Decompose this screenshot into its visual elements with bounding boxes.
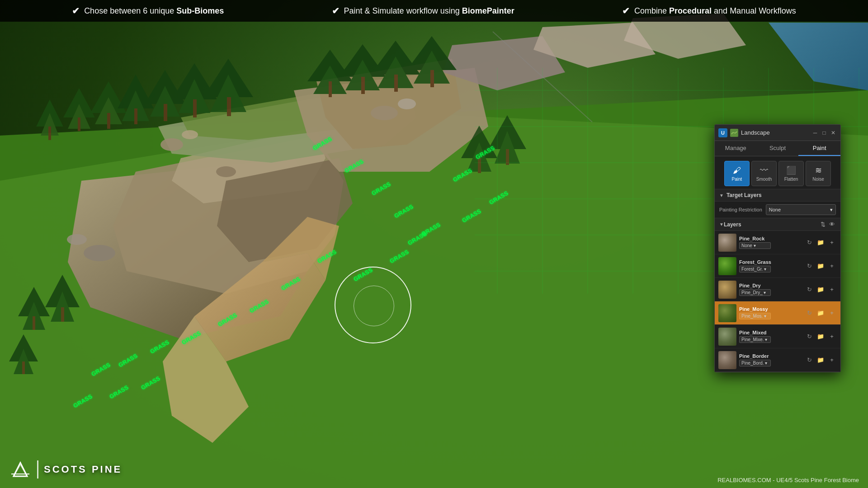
layer-select[interactable]: Pine_Bord. ▾ <box>739 360 771 366</box>
layer-buttons: ↻ 📁 + <box>804 285 837 295</box>
noise-tool-icon: ≋ <box>815 165 822 175</box>
layer-folder-btn[interactable]: 📁 <box>816 355 826 365</box>
layer-name: Pine_Dry <box>739 283 802 288</box>
brand-name: SCOTS PINE <box>44 464 122 475</box>
layer-name: Pine_Border <box>739 353 802 359</box>
panel-maximize-btn[interactable]: □ <box>821 129 828 136</box>
layer-select[interactable]: Pine_Dry_ ▾ <box>739 289 771 296</box>
painting-restriction-row: Painting Restriction None ▾ <box>715 202 840 218</box>
layer-folder-btn[interactable]: 📁 <box>816 332 826 342</box>
layers-header: ▼ Layers ⇅ 👁 <box>715 218 840 231</box>
layer-item[interactable]: Pine_Mixed Pine_Mixe. ▾ ↻ 📁 + <box>715 325 840 348</box>
layer-item[interactable]: Pine_Dry Pine_Dry_ ▾ ↻ 📁 + <box>715 278 840 301</box>
layer-buttons: ↻ 📁 + <box>804 355 837 365</box>
layer-item[interactable]: Pine_Border Pine_Bord. ▾ ↻ 📁 + <box>715 348 840 372</box>
layer-info: Pine_Mossy Pine_Mos. ▾ <box>739 306 802 319</box>
layer-refresh-btn[interactable]: ↻ <box>804 238 814 248</box>
watermark: SCOTS PINE <box>9 458 122 481</box>
panel-close-btn[interactable]: ✕ <box>830 129 837 136</box>
layer-add-btn[interactable]: + <box>827 238 837 248</box>
layers-actions: ⇅ 👁 <box>820 221 836 228</box>
top-banner: ✔ Chose between 6 unique Sub-Biomes ✔ Pa… <box>0 0 868 22</box>
layer-name: Pine_Mixed <box>739 330 802 335</box>
layer-add-btn[interactable]: + <box>827 355 837 365</box>
panel-minimize-btn[interactable]: ─ <box>811 129 819 136</box>
panel-tabs: Manage Sculpt Paint <box>715 141 840 156</box>
layer-refresh-btn[interactable]: ↻ <box>804 332 814 342</box>
layer-name: Forest_Grass <box>739 259 802 265</box>
smooth-tool-label: Smooth <box>756 177 772 182</box>
layer-thumbnail <box>718 257 736 275</box>
layers-eye-btn[interactable]: 👁 <box>828 221 836 228</box>
layer-select-row: Pine_Dry_ ▾ <box>739 289 802 296</box>
target-layers-title: Target Layers <box>726 192 762 198</box>
tab-sculpt[interactable]: Sculpt <box>757 141 799 156</box>
banner-item-1: ✔ Chose between 6 unique Sub-Biomes <box>72 5 224 16</box>
layer-add-btn[interactable]: + <box>827 308 837 318</box>
tool-flatten-btn[interactable]: ⬛ Flatten <box>778 161 804 186</box>
layer-select[interactable]: None ▾ <box>739 242 771 249</box>
paint-tool-label: Paint <box>732 177 742 182</box>
layer-item[interactable]: Pine_Mossy Pine_Mos. ▾ ↻ 📁 + <box>715 301 840 325</box>
panel-title: Landscape <box>741 129 810 136</box>
layer-thumbnail <box>718 351 736 369</box>
layer-select-row: Pine_Mixe. ▾ <box>739 336 802 343</box>
ue-icon: U <box>718 128 727 137</box>
layer-add-btn[interactable]: + <box>827 285 837 295</box>
layer-refresh-btn[interactable]: ↻ <box>804 261 814 271</box>
flatten-tool-label: Flatten <box>784 177 798 182</box>
layer-add-btn[interactable]: + <box>827 261 837 271</box>
brand-logo <box>9 458 32 481</box>
layer-folder-btn[interactable]: 📁 <box>816 261 826 271</box>
tab-manage[interactable]: Manage <box>715 141 757 156</box>
layer-thumbnail <box>718 328 736 346</box>
layer-select-row: Forest_Gr. ▾ <box>739 266 802 272</box>
layer-item[interactable]: Forest_Grass Forest_Gr. ▾ ↻ 📁 + <box>715 254 840 278</box>
layers-list: Pine_Rock None ▾ ↻ 📁 + Forest_Grass Fore… <box>715 231 840 372</box>
layer-thumbnail <box>718 281 736 299</box>
dropdown-arrow: ▾ <box>830 207 833 213</box>
banner-text-1: Chose between 6 unique Sub-Biomes <box>84 6 224 16</box>
layers-title: Layers <box>724 221 820 228</box>
banner-text-2: Paint & Simulate workflow using BiomePai… <box>344 6 514 16</box>
painting-restriction-select[interactable]: None ▾ <box>766 204 836 215</box>
svg-marker-89 <box>14 465 27 476</box>
layer-select-row: Pine_Mos. ▾ <box>739 313 802 319</box>
layer-refresh-btn[interactable]: ↻ <box>804 308 814 318</box>
layer-info: Pine_Rock None ▾ <box>739 236 802 249</box>
layer-select-row: None ▾ <box>739 242 802 249</box>
layer-select-row: Pine_Bord. ▾ <box>739 360 802 366</box>
layer-folder-btn[interactable]: 📁 <box>816 285 826 295</box>
layer-info: Forest_Grass Forest_Gr. ▾ <box>739 259 802 272</box>
layer-select[interactable]: Pine_Mixe. ▾ <box>739 336 771 343</box>
layer-folder-btn[interactable]: 📁 <box>816 308 826 318</box>
tab-paint[interactable]: Paint <box>798 141 840 156</box>
tool-smooth-btn[interactable]: 〰 Smooth <box>751 161 777 186</box>
layer-refresh-btn[interactable]: ↻ <box>804 285 814 295</box>
landscape-panel: U Landscape ─ □ ✕ Manage Sculpt Paint 🖌 … <box>714 124 841 372</box>
layer-info: Pine_Border Pine_Bord. ▾ <box>739 353 802 366</box>
layer-buttons: ↻ 📁 + <box>804 238 837 248</box>
layers-sort-btn[interactable]: ⇅ <box>820 221 826 228</box>
watermark-divider <box>37 460 38 479</box>
layers-arrow: ▼ <box>719 222 724 227</box>
layer-info: Pine_Mixed Pine_Mixe. ▾ <box>739 330 802 343</box>
painting-restriction-label: Painting Restriction <box>719 207 762 212</box>
layer-refresh-btn[interactable]: ↻ <box>804 355 814 365</box>
layer-name: Pine_Mossy <box>739 306 802 312</box>
layer-name: Pine_Rock <box>739 236 802 241</box>
tool-noise-btn[interactable]: ≋ Noise <box>806 161 831 186</box>
smooth-tool-icon: 〰 <box>760 166 768 175</box>
paint-tool-icon: 🖌 <box>733 166 741 175</box>
layer-add-btn[interactable]: + <box>827 332 837 342</box>
layer-item[interactable]: Pine_Rock None ▾ ↻ 📁 + <box>715 231 840 254</box>
layer-select[interactable]: Pine_Mos. ▾ <box>739 313 771 319</box>
target-layers-header: ▼ Target Layers <box>715 189 840 202</box>
target-layers-arrow: ▼ <box>719 193 724 198</box>
layer-folder-btn[interactable]: 📁 <box>816 238 826 248</box>
flatten-tool-icon: ⬛ <box>786 165 796 175</box>
layer-buttons: ↻ 📁 + <box>804 261 837 271</box>
panel-titlebar: U Landscape ─ □ ✕ <box>715 125 840 141</box>
layer-select[interactable]: Forest_Gr. ▾ <box>739 266 771 272</box>
tool-paint-btn[interactable]: 🖌 Paint <box>724 161 750 186</box>
